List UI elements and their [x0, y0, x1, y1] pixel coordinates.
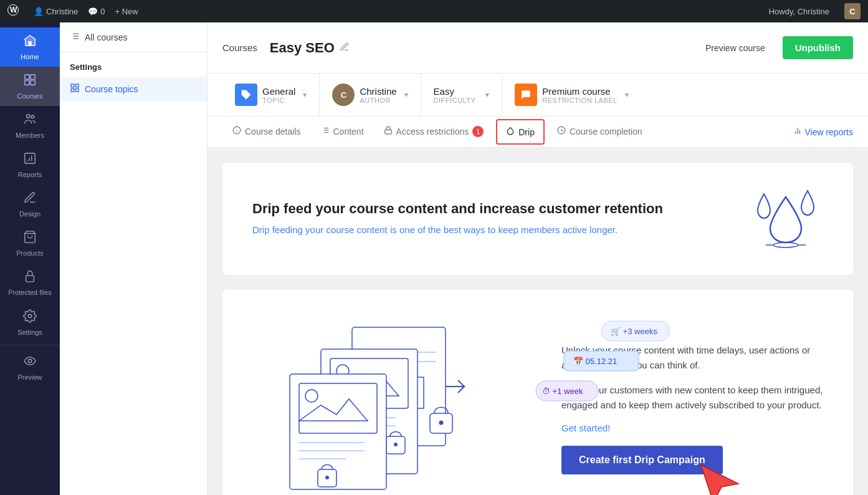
preview-course-button[interactable]: Preview course — [695, 38, 775, 58]
restriction-dropdown-icon: ▾ — [625, 90, 629, 99]
meta-author[interactable]: C Christine AUTHOR ▾ — [320, 74, 421, 116]
comment-icon: 💬 — [88, 7, 98, 16]
topic-dropdown-icon: ▾ — [303, 90, 307, 99]
svg-text:🛒 +3 weeks: 🛒 +3 weeks — [611, 326, 657, 337]
drip-paragraph-2: Tease your customers with new content to… — [561, 383, 823, 413]
svg-rect-26 — [75, 89, 79, 92]
content-icon — [321, 126, 330, 137]
header-bar: Courses Easy SEO Preview course Unpublis… — [207, 22, 868, 74]
edit-title-icon[interactable] — [340, 42, 350, 54]
svg-text:⏱ +1 week: ⏱ +1 week — [542, 387, 583, 396]
author-avatar: C — [332, 84, 355, 106]
info-icon — [232, 126, 241, 137]
tab-course-details[interactable]: Course details — [222, 117, 311, 147]
sidebar-item-label: Settings — [17, 329, 42, 336]
nav-item-course-topics[interactable]: Course topics — [60, 77, 207, 101]
sidebar-item-label: Reports — [18, 171, 42, 178]
sidebar-item-design[interactable]: Design — [0, 185, 60, 224]
content-area: Courses Easy SEO Preview course Unpublis… — [207, 22, 868, 495]
view-reports-link[interactable]: View reports — [793, 127, 853, 137]
completion-icon — [557, 126, 566, 137]
main-content: Drip feed your course content and increa… — [207, 148, 868, 495]
reports-icon — [23, 151, 37, 168]
difficulty-dropdown-icon: ▾ — [485, 90, 489, 99]
topbar: W 👤 Christine 💬 0 + New Howdy, Christine… — [0, 0, 868, 22]
sidebar-item-label: Products — [16, 249, 43, 257]
user-icon: 👤 — [34, 7, 44, 16]
sidebar-item-protected[interactable]: Protected files — [0, 263, 60, 303]
svg-rect-2 — [28, 41, 32, 46]
sidebar-item-members[interactable]: Members — [0, 106, 60, 145]
svg-point-61 — [394, 443, 398, 446]
topbar-avatar[interactable]: C — [844, 3, 861, 19]
course-title: Easy SEO — [270, 40, 350, 56]
svg-rect-24 — [75, 84, 79, 87]
arrow-cursor-icon — [698, 462, 742, 496]
left-sidebar: Home Courses Members Reports Design — [0, 22, 60, 495]
drip-campaign-section: 🛒 +3 weeks 📅 05.12.21 ⏱ +1 week Unlock y… — [222, 290, 853, 495]
tab-drip[interactable]: Drip — [496, 119, 545, 145]
svg-point-8 — [31, 115, 34, 118]
all-courses-link[interactable]: All courses — [60, 22, 207, 52]
courses-breadcrumb[interactable]: Courses — [222, 42, 257, 53]
secondary-sidebar: All courses Settings Course topics — [60, 22, 207, 495]
author-dropdown-icon: ▾ — [404, 90, 408, 99]
protected-icon — [23, 269, 37, 286]
unpublish-button[interactable]: Unpublish — [783, 36, 853, 59]
drip-intro-description: Drip feeding your course content is one … — [252, 223, 663, 238]
meta-bar: General TOPIC ▾ C Christine AUTHOR ▾ E — [207, 74, 868, 117]
design-icon — [23, 191, 37, 208]
topbar-howdy: Howdy, Christine — [769, 7, 829, 16]
courses-icon — [23, 73, 37, 90]
drip-icon — [506, 127, 515, 137]
svg-rect-23 — [71, 84, 74, 87]
members-icon — [23, 112, 37, 129]
svg-rect-9 — [25, 153, 36, 164]
svg-text:📅 05.12.21: 📅 05.12.21 — [573, 356, 617, 367]
drip-content-illustration: 🛒 +3 weeks 📅 05.12.21 ⏱ +1 week — [252, 315, 489, 495]
tab-course-completion[interactable]: Course completion — [547, 117, 652, 147]
topbar-new[interactable]: + New — [115, 7, 138, 16]
sidebar-item-label: Members — [16, 132, 44, 139]
grid-icon — [70, 83, 80, 95]
sidebar-item-label: Courses — [17, 92, 43, 100]
sidebar-item-reports[interactable]: Reports — [0, 145, 60, 185]
tab-bar: Course details Content Access restrictio… — [207, 117, 868, 148]
sidebar-item-label: Home — [21, 53, 39, 60]
tab-access-restrictions[interactable]: Access restrictions 1 — [374, 117, 494, 147]
sidebar-item-label: Design — [19, 210, 41, 218]
svg-rect-25 — [71, 89, 74, 92]
svg-text:W: W — [10, 6, 17, 14]
sidebar-item-home[interactable]: Home — [0, 27, 60, 67]
svg-rect-3 — [25, 75, 29, 79]
meta-topic[interactable]: General TOPIC ▾ — [222, 74, 320, 116]
sidebar-item-products[interactable]: Products — [0, 224, 60, 263]
svg-rect-4 — [31, 75, 35, 79]
tab-content[interactable]: Content — [311, 117, 374, 147]
svg-rect-5 — [25, 80, 29, 85]
drip-intro-card: Drip feed your course content and increa… — [222, 163, 853, 275]
sidebar-item-preview[interactable]: Preview — [0, 348, 60, 387]
settings-icon — [23, 309, 37, 326]
svg-point-7 — [27, 115, 31, 118]
svg-rect-62 — [290, 374, 386, 489]
svg-point-71 — [439, 421, 444, 425]
get-started-link[interactable]: Get started! — [561, 423, 823, 433]
meta-difficulty[interactable]: Easy DIFFICULTY ▾ — [421, 76, 503, 114]
preview-icon — [23, 354, 37, 371]
svg-point-69 — [325, 476, 329, 479]
topic-icon — [235, 84, 257, 106]
wp-logo: W — [7, 4, 19, 19]
svg-point-15 — [28, 314, 32, 318]
topbar-user[interactable]: 👤 Christine — [34, 7, 78, 16]
meta-restriction[interactable]: Premium course RESTRICTION LABEL ▾ — [502, 74, 641, 116]
svg-rect-6 — [31, 80, 35, 85]
restriction-icon — [515, 84, 537, 106]
topbar-notifications[interactable]: 💬 0 — [88, 7, 105, 16]
sidebar-item-label: Protected files — [8, 289, 52, 297]
nav-item-label: Course topics — [85, 84, 138, 94]
sidebar-item-settings[interactable]: Settings — [0, 303, 60, 342]
sidebar-item-courses[interactable]: Courses — [0, 67, 60, 106]
lock-icon — [384, 126, 393, 137]
svg-point-16 — [28, 359, 32, 363]
